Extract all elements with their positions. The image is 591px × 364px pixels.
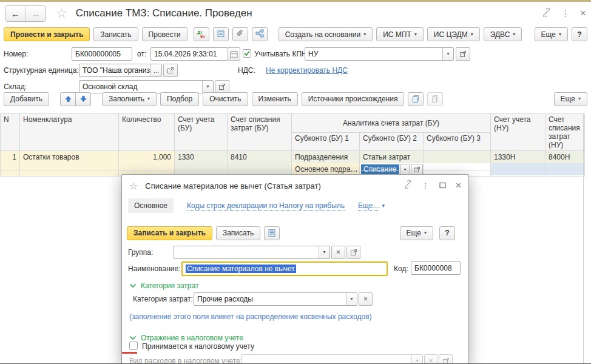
cell-account-nu[interactable]: 1330Н [491, 151, 545, 163]
more-menu-icon[interactable]: ⋮ [422, 181, 430, 190]
is-mpt-button[interactable]: ИС МПТ▾ [376, 27, 424, 41]
favorite-star-icon[interactable]: ☆ [129, 180, 138, 192]
cell-account-bu[interactable]: 1330 [175, 151, 227, 175]
kpn-checkbox[interactable] [243, 49, 251, 58]
origin-sources-button[interactable]: Источники происхождения [302, 92, 405, 106]
vat-link[interactable]: Не корректировать НДС [266, 66, 348, 75]
cell-writeoff-bu[interactable]: 8410 [228, 151, 291, 175]
attachments-button[interactable] [232, 27, 248, 41]
calendar-button[interactable] [228, 47, 240, 61]
tax-section-header[interactable]: Отражение в налоговом учете [129, 334, 243, 342]
copy-rows-button[interactable] [408, 92, 424, 106]
save-button[interactable]: Записать [93, 27, 138, 41]
get-link-icon[interactable] [542, 8, 551, 19]
help-button[interactable]: ? [572, 27, 587, 41]
favorite-star-icon[interactable]: ☆ [56, 6, 67, 21]
group-combo[interactable]: ▾ [174, 246, 330, 259]
get-link-icon[interactable] [404, 180, 412, 191]
dropdown-arrow-icon[interactable]: ▾ [346, 293, 357, 305]
group-clear-button[interactable]: × [331, 246, 345, 259]
structure-button[interactable] [252, 27, 268, 41]
tab-more[interactable]: Еще... ▾ [358, 201, 385, 211]
kpn-combo[interactable]: НУ ▾ [305, 47, 454, 61]
save-and-close-button[interactable]: Записать и закрыть [127, 226, 212, 240]
create-based-on-button[interactable]: Создать на основании▾ [279, 27, 373, 41]
dialog-report-button[interactable] [264, 226, 280, 240]
col-header-subconto3[interactable]: Субконто (БУ) 3 [424, 132, 491, 151]
cell-subconto3-value[interactable] [424, 163, 490, 175]
clear-button[interactable]: Очистить [203, 92, 248, 106]
cell-subconto1-value[interactable]: Основное подра… [292, 163, 359, 175]
paste-rows-button[interactable] [427, 92, 443, 106]
move-up-button[interactable] [60, 92, 76, 106]
back-button[interactable]: ← [5, 6, 25, 21]
unit-field[interactable]: ТОО "Наша организация" ... [79, 64, 162, 77]
add-row-button[interactable]: Добавить [4, 92, 49, 106]
expense-kind-open-button[interactable] [439, 354, 453, 364]
col-header-n[interactable]: N [1, 114, 20, 151]
more-button[interactable]: Еще▾ [535, 27, 568, 41]
close-icon[interactable]: × [456, 180, 461, 191]
col-header-writeoff-nu[interactable]: Счет списания затрат (НУ) [545, 114, 585, 151]
name-input[interactable]: Списание материалов не вычет [181, 261, 388, 276]
unit-open-button[interactable] [163, 64, 178, 77]
tab-main[interactable]: Основное [128, 198, 174, 213]
dropdown-arrow-icon[interactable]: ▾ [442, 48, 453, 60]
move-down-button[interactable] [75, 92, 91, 106]
clear-x-icon: × [363, 295, 368, 303]
category-combo[interactable]: Прочие расходы ▾ [194, 292, 357, 306]
table-more-button[interactable]: Еще▾ [554, 92, 587, 106]
expense-kind-combo[interactable]: ▾ [241, 354, 423, 364]
col-header-account-nu[interactable]: Счет учета (НУ) [491, 114, 545, 151]
post-and-close-button[interactable]: Провести и закрыть [4, 27, 90, 41]
col-header-subconto2[interactable]: Субконто (БУ) 2 [360, 132, 424, 151]
tax-checkbox[interactable] [129, 342, 138, 350]
col-header-account-bu[interactable]: Счет учета (БУ) [175, 114, 228, 151]
col-header-subconto1[interactable]: Субконто (БУ) 1 [292, 132, 360, 151]
category-note: (заполнение этого поля влияет на распред… [129, 312, 420, 322]
date-field[interactable]: 15.04.2026 9:33:01 [150, 47, 228, 61]
calendar-icon [230, 50, 238, 58]
edit-button[interactable]: Изменить [252, 92, 298, 106]
dr-cr-postings-button[interactable]: ДтКт [194, 27, 209, 41]
table-more-label: Еще [561, 95, 575, 103]
post-button[interactable]: Провести [142, 27, 187, 41]
category-clear-button[interactable]: × [359, 292, 373, 306]
col-header-nomenclature[interactable]: Номенклатура [20, 114, 119, 151]
cell-subconto1-type[interactable]: Подразделения [292, 151, 359, 163]
ellipsis-button[interactable]: ... [150, 64, 161, 76]
dropdown-arrow-icon[interactable]: ▾ [319, 246, 329, 258]
unit-label: Структурная единица: [4, 66, 79, 75]
cell-subconto3-type[interactable] [424, 151, 490, 163]
dialog-save-button[interactable]: Записать [216, 226, 260, 240]
col-header-analytics-bu[interactable]: Аналитика счета затрат (БУ) [292, 114, 491, 133]
group-open-button[interactable] [346, 246, 360, 259]
category-section-header[interactable]: Категория затрат [129, 281, 198, 290]
cell-nomenclature[interactable]: Остатки товаров [20, 151, 118, 175]
kpn-open-button[interactable] [456, 47, 470, 61]
cell-writeoff-nu[interactable]: 8400Н [545, 151, 584, 163]
pick-button[interactable]: Подбор [160, 92, 199, 106]
cell-quantity[interactable]: 1,000 [119, 151, 174, 175]
more-menu-icon[interactable]: ⋮ [561, 8, 570, 18]
close-icon[interactable]: × [580, 7, 586, 19]
number-field[interactable]: БК000000005 [72, 47, 132, 61]
cell-n[interactable]: 1 [1, 151, 19, 175]
fill-button[interactable]: Заполнить▾ [102, 92, 157, 106]
forward-button[interactable]: → [25, 6, 46, 21]
report-button[interactable] [213, 27, 229, 41]
is-cedm-button[interactable]: ИС ЦЭДМ▾ [427, 27, 480, 41]
dialog-help-button[interactable]: ? [439, 226, 455, 240]
chevron-down-icon: ▾ [578, 96, 581, 101]
edvs-button[interactable]: ЭДВС▾ [484, 27, 522, 41]
expense-kind-clear-button[interactable]: × [424, 354, 437, 364]
table-row[interactable]: 1 Остатки товаров 1,000 1330 8410 Подраз… [1, 151, 585, 177]
dropdown-arrow-icon[interactable]: ▾ [202, 81, 213, 93]
code-field[interactable]: БК0000008 [411, 261, 461, 275]
maximize-icon[interactable] [439, 180, 446, 191]
tab-declaration-codes[interactable]: Коды строк декларации по Налогу на прибы… [187, 201, 345, 211]
cell-subconto2-type[interactable]: Статьи затрат [360, 151, 423, 163]
col-header-quantity[interactable]: Количество [119, 114, 175, 151]
dialog-more-button[interactable]: Еще▾ [400, 226, 433, 240]
col-header-writeoff-bu[interactable]: Счет списания затрат (БУ) [228, 114, 292, 151]
